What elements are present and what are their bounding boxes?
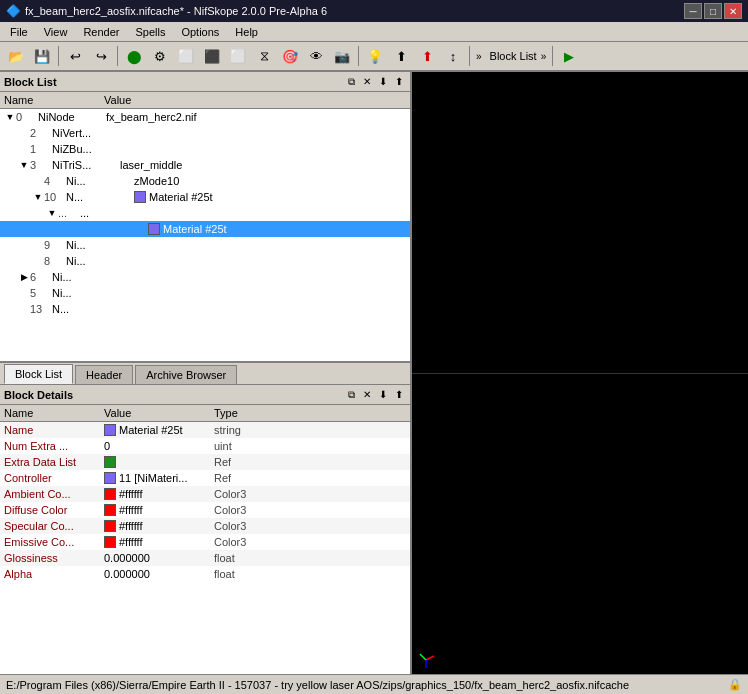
tree-toggle[interactable]: ▼: [18, 160, 30, 170]
tree-row[interactable]: ▼......: [0, 205, 410, 221]
tree-row[interactable]: 9Ni...: [0, 237, 410, 253]
app-icon: 🔷: [6, 4, 21, 18]
details-close-btn[interactable]: ✕: [360, 388, 374, 402]
detail-color-swatch: [104, 520, 116, 532]
block-tree[interactable]: ▼0NiNodefx_beam_herc2.nif2NiVert...1NiZB…: [0, 109, 410, 361]
svg-line-0: [426, 656, 434, 660]
titlebar-controls: ─ □ ✕: [684, 3, 742, 19]
panel-expand-btn[interactable]: ⬆: [392, 75, 406, 89]
light-btn[interactable]: 💡: [363, 44, 387, 68]
menu-item-help[interactable]: Help: [227, 24, 266, 40]
tree-row[interactable]: 4Ni...zMode10: [0, 173, 410, 189]
minimize-button[interactable]: ─: [684, 3, 702, 19]
details-col-header: Name Value Type: [0, 405, 410, 422]
detail-value: 0.000000: [104, 568, 214, 580]
maximize-button[interactable]: □: [704, 3, 722, 19]
row-value: zMode10: [134, 175, 179, 187]
redo-button[interactable]: ↪: [89, 44, 113, 68]
detail-value: 11 [NiMateri...: [104, 472, 214, 484]
tree-row[interactable]: ▼3NiTriS...laser_middle: [0, 157, 410, 173]
render-btn-3[interactable]: ⬜: [174, 44, 198, 68]
tree-row[interactable]: ▼0NiNodefx_beam_herc2.nif: [0, 109, 410, 125]
row-name: ...: [80, 207, 140, 219]
tree-row[interactable]: Material #25t: [0, 221, 410, 237]
row-index: 10: [44, 191, 66, 203]
detail-name: Name: [4, 424, 104, 436]
tree-toggle[interactable]: ▼: [46, 208, 58, 218]
detail-name: Num Extra ...: [4, 440, 104, 452]
row-name: Ni...: [66, 255, 126, 267]
details-expand-btn[interactable]: ⬆: [392, 388, 406, 402]
block-list-panel: Block List ⧉ ✕ ⬇ ⬆ Name Value ▼0NiNodefx…: [0, 72, 410, 363]
detail-value: Material #25t: [104, 424, 214, 436]
menu-item-render[interactable]: Render: [75, 24, 127, 40]
status-text: E:/Program Files (x86)/Sierra/Empire Ear…: [6, 679, 629, 691]
tab-archive-browser[interactable]: Archive Browser: [135, 365, 237, 384]
row-index: 1: [30, 143, 52, 155]
render-btn-8[interactable]: 👁: [304, 44, 328, 68]
panel-close-btn[interactable]: ✕: [360, 75, 374, 89]
tree-row[interactable]: 2NiVert...: [0, 125, 410, 141]
render-btn-1[interactable]: ⬤: [122, 44, 146, 68]
tab-bar: Block ListHeaderArchive Browser: [0, 363, 410, 385]
block-details-panel: Block Details ⧉ ✕ ⬇ ⬆ Name Value Type Na…: [0, 385, 410, 674]
detail-name: Ambient Co...: [4, 488, 104, 500]
save-button[interactable]: 💾: [30, 44, 54, 68]
light-btn-4[interactable]: ↕: [441, 44, 465, 68]
details-row: Diffuse Color#ffffffColor3: [0, 502, 410, 518]
row-index: 5: [30, 287, 52, 299]
row-name: N...: [52, 303, 112, 315]
tree-row[interactable]: 8Ni...: [0, 253, 410, 269]
detail-type: float: [214, 568, 235, 580]
menu-item-view[interactable]: View: [36, 24, 76, 40]
close-button[interactable]: ✕: [724, 3, 742, 19]
menu-item-spells[interactable]: Spells: [127, 24, 173, 40]
panel-restore-btn[interactable]: ⧉: [345, 75, 358, 89]
row-value: laser_middle: [120, 159, 182, 171]
blocklist-toolbar-arrow[interactable]: »: [539, 49, 549, 64]
details-row: Emissive Co...#ffffffColor3: [0, 534, 410, 550]
undo-button[interactable]: ↩: [63, 44, 87, 68]
tree-row[interactable]: ▼10N...Material #25t: [0, 189, 410, 205]
tree-row[interactable]: 1NiZBu...: [0, 141, 410, 157]
detail-color-swatch: [104, 488, 116, 500]
block-list-col-header: Name Value: [0, 92, 410, 109]
render-btn-5[interactable]: ⬜: [226, 44, 250, 68]
render-btn-7[interactable]: 🎯: [278, 44, 302, 68]
tree-row[interactable]: 5Ni...: [0, 285, 410, 301]
blocklist-overflow-arrow[interactable]: »: [474, 49, 484, 64]
details-row: NameMaterial #25tstring: [0, 422, 410, 438]
panel-collapse-btn[interactable]: ⬇: [376, 75, 390, 89]
tree-row[interactable]: 13N...: [0, 301, 410, 317]
render-btn-2[interactable]: ⚙: [148, 44, 172, 68]
render-btn-9[interactable]: 📷: [330, 44, 354, 68]
row-index: 4: [44, 175, 66, 187]
tree-toggle[interactable]: ▼: [4, 112, 16, 122]
details-row: Alpha0.000000float: [0, 566, 410, 582]
play-button[interactable]: ▶: [557, 44, 581, 68]
tree-row[interactable]: ▶6Ni...: [0, 269, 410, 285]
menu-item-options[interactable]: Options: [173, 24, 227, 40]
detail-value: [104, 456, 214, 468]
detail-type: Color3: [214, 488, 246, 500]
light-btn-2[interactable]: ⬆: [389, 44, 413, 68]
open-button[interactable]: 📂: [4, 44, 28, 68]
detail-type: Ref: [214, 472, 231, 484]
detail-value: #ffffff: [104, 536, 214, 548]
tree-toggle[interactable]: ▶: [18, 272, 30, 282]
details-restore-btn[interactable]: ⧉: [345, 388, 358, 402]
tree-toggle[interactable]: ▼: [32, 192, 44, 202]
render-btn-6[interactable]: ⧖: [252, 44, 276, 68]
menu-item-file[interactable]: File: [2, 24, 36, 40]
details-collapse-btn[interactable]: ⬇: [376, 388, 390, 402]
detail-value: #ffffff: [104, 520, 214, 532]
tab-block-list[interactable]: Block List: [4, 364, 73, 384]
tab-header[interactable]: Header: [75, 365, 133, 384]
detail-name: Specular Co...: [4, 520, 104, 532]
render-btn-4[interactable]: ⬛: [200, 44, 224, 68]
status-icon: 🔒: [728, 678, 742, 691]
row-name: NiVert...: [52, 127, 112, 139]
light-btn-3[interactable]: ⬆: [415, 44, 439, 68]
row-index: 9: [44, 239, 66, 251]
svg-line-1: [420, 654, 426, 660]
